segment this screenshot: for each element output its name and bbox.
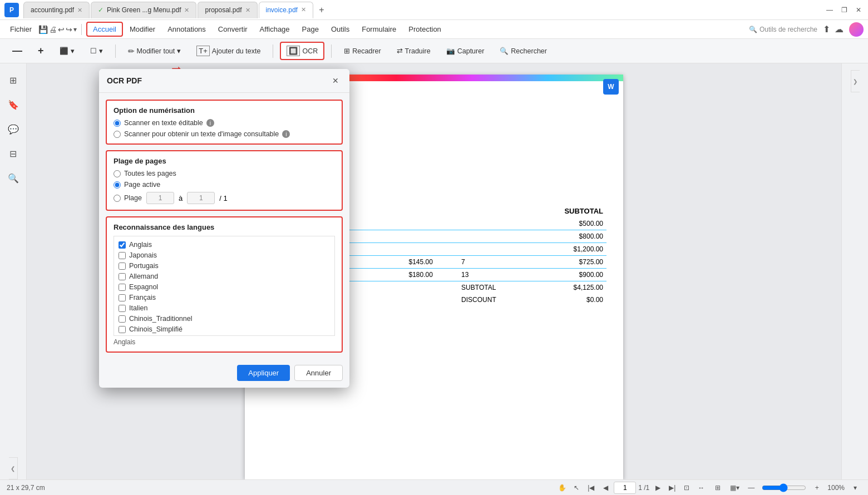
first-page-button[interactable]: |◀	[585, 482, 597, 494]
lang-francais[interactable]: Français	[119, 294, 330, 301]
language-list[interactable]: Anglais Japonais Portugais	[114, 236, 335, 336]
search-tools[interactable]: 🔍 Outils de recherche	[749, 26, 817, 33]
lang-chinois-simp[interactable]: Chinois_Simplifié	[119, 325, 330, 333]
lang-chinois-trad-checkbox[interactable]	[119, 315, 126, 323]
scan-editable-option[interactable]: Scanner en texte éditable i	[114, 119, 335, 127]
tab-close-accounting[interactable]: ✕	[77, 7, 82, 14]
tab-pink-green[interactable]: ✓ Pink Green ...g Menu.pdf ✕	[91, 2, 196, 18]
lang-portugais[interactable]: Portugais	[119, 262, 330, 270]
zoom-out-button[interactable]: —	[7, 42, 28, 60]
lang-japonais[interactable]: Japonais	[119, 251, 330, 259]
view-mode-button[interactable]: ⊞	[712, 482, 724, 494]
lang-italien-checkbox[interactable]	[119, 305, 126, 312]
sidebar-bookmark-icon[interactable]: 🔖	[3, 95, 23, 115]
scan-editable-info-icon[interactable]: i	[206, 119, 214, 127]
range-radio[interactable]	[114, 195, 121, 202]
menu-protection[interactable]: Protection	[403, 23, 447, 36]
prev-page-button[interactable]: ◀	[599, 482, 611, 494]
fit-width-button[interactable]: ↔	[695, 482, 707, 494]
share-icon[interactable]: ⬆	[823, 24, 830, 34]
page-number-input[interactable]	[614, 482, 636, 494]
zoom-out-status-button[interactable]: —	[745, 482, 757, 494]
range-from-input[interactable]	[146, 192, 174, 204]
fichier-menu[interactable]: Fichier	[4, 23, 37, 36]
range-radio-option[interactable]: Plage	[114, 194, 142, 202]
lang-francais-checkbox[interactable]	[119, 294, 126, 301]
active-page-option[interactable]: Page active	[114, 181, 335, 189]
shape-button[interactable]: ☐▾	[85, 44, 108, 58]
all-pages-option[interactable]: Toutes les pages	[114, 170, 335, 177]
modifier-tout-button[interactable]: ✏ Modifier tout ▾	[122, 44, 187, 58]
hand-tool-icon[interactable]: ✋	[556, 482, 568, 494]
lang-espagnol-checkbox[interactable]	[119, 284, 126, 291]
save-icon[interactable]: 💾	[38, 25, 48, 34]
select-mode-button[interactable]: ⬛▾	[54, 44, 80, 58]
user-avatar[interactable]	[849, 22, 864, 37]
menu-affichage[interactable]: Affichage	[254, 23, 295, 36]
minimize-button[interactable]: —	[825, 5, 835, 15]
next-page-button[interactable]: ▶	[652, 482, 664, 494]
close-button[interactable]: ✕	[854, 5, 864, 15]
sidebar-pages-icon[interactable]: ⊞	[3, 70, 23, 90]
range-to-input[interactable]	[187, 192, 215, 204]
tab-accounting[interactable]: accounting.pdf ✕	[23, 2, 90, 18]
zoom-in-button[interactable]: +	[32, 42, 50, 60]
undo-icon[interactable]: ↩	[58, 25, 65, 34]
lang-anglais-checkbox[interactable]	[119, 241, 126, 249]
lang-italien[interactable]: Italien	[119, 304, 330, 312]
sidebar-expand-right[interactable]: ❯	[851, 70, 860, 92]
menu-page[interactable]: Page	[297, 23, 324, 36]
active-page-radio[interactable]	[114, 181, 121, 189]
print-icon[interactable]: 🖨	[49, 25, 57, 34]
scan-editable-radio[interactable]	[114, 120, 121, 127]
capturer-button[interactable]: 📷 Capturer	[441, 44, 490, 58]
tab-proposal[interactable]: proposal.pdf ✕	[198, 2, 257, 18]
menu-modifier[interactable]: Modifier	[124, 23, 161, 36]
pointer-tool-icon[interactable]: ↖	[570, 482, 583, 494]
tab-close-proposal[interactable]: ✕	[245, 7, 250, 14]
tab-close-invoice[interactable]: ✕	[301, 6, 306, 13]
scan-image-info-icon[interactable]: i	[282, 130, 290, 138]
menu-convertir[interactable]: Convertir	[213, 23, 253, 36]
tab-close-pink[interactable]: ✕	[184, 7, 189, 14]
add-tab-button[interactable]: +	[314, 3, 329, 17]
dialog-close-button[interactable]: ✕	[329, 75, 342, 87]
lang-portugais-checkbox[interactable]	[119, 263, 126, 270]
restore-button[interactable]: ❐	[839, 5, 849, 15]
cancel-button[interactable]: Annuler	[294, 365, 343, 381]
sidebar-expand-left[interactable]: ❮	[9, 457, 18, 479]
scan-image-radio[interactable]	[114, 131, 121, 138]
ajouter-texte-button[interactable]: T+ Ajouter du texte	[191, 43, 266, 59]
rechercher-button[interactable]: 🔍 Rechercher	[494, 44, 553, 58]
zoom-slider[interactable]	[762, 483, 806, 492]
page-layout-button[interactable]: ▦▾	[728, 482, 741, 494]
menu-outils[interactable]: Outils	[326, 23, 355, 36]
menu-annotations[interactable]: Annotations	[162, 23, 211, 36]
menu-formulaire[interactable]: Formulaire	[356, 23, 402, 36]
menu-accueil[interactable]: Accueil	[86, 22, 123, 37]
zoom-dropdown-button[interactable]: ▾	[849, 482, 861, 494]
zoom-in-status-button[interactable]: +	[811, 482, 823, 494]
lang-japonais-checkbox[interactable]	[119, 252, 126, 259]
dropdown-icon[interactable]: ▾	[73, 26, 77, 33]
lang-chinois-trad[interactable]: Chinois_Traditionnel	[119, 315, 330, 323]
cloud-icon[interactable]: ☁	[835, 24, 844, 34]
sidebar-layers-icon[interactable]: ⊟	[3, 143, 23, 164]
lang-allemand[interactable]: Allemand	[119, 273, 330, 280]
scan-image-option[interactable]: Scanner pour obtenir un texte d'image co…	[114, 130, 335, 138]
last-page-button[interactable]: ▶|	[666, 482, 678, 494]
lang-anglais[interactable]: Anglais	[119, 241, 330, 249]
apply-button[interactable]: Appliquer	[237, 365, 290, 381]
lang-allemand-checkbox[interactable]	[119, 273, 126, 280]
recadrer-button[interactable]: ⊞ Recadrer	[338, 44, 386, 58]
traduire-button[interactable]: ⇄ Traduire	[391, 44, 436, 58]
ocr-button[interactable]: 🔲 OCR	[280, 42, 324, 60]
lang-espagnol[interactable]: Espagnol	[119, 283, 330, 291]
all-pages-radio[interactable]	[114, 170, 121, 177]
fit-page-button[interactable]: ⊡	[680, 482, 693, 494]
tab-invoice[interactable]: invoice.pdf ✕	[259, 2, 313, 18]
redo-icon[interactable]: ↪	[66, 25, 72, 34]
lang-chinois-simp-checkbox[interactable]	[119, 326, 126, 333]
sidebar-comment-icon[interactable]: 💬	[3, 119, 23, 139]
sidebar-search-icon[interactable]: 🔍	[3, 168, 23, 188]
